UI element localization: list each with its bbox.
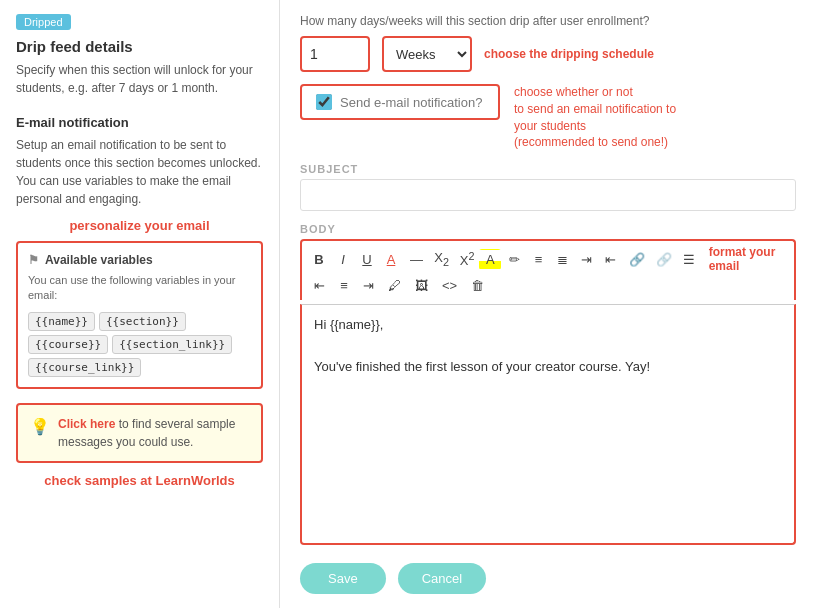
dripped-badge: Dripped — [16, 14, 71, 30]
choose-drip-label: choose the dripping schedule — [484, 47, 654, 61]
var-tag-course-link: {{course_link}} — [28, 358, 141, 377]
drip-schedule-question: How many days/weeks will this section dr… — [300, 14, 796, 28]
left-panel: Dripped Drip feed details Specify when t… — [0, 0, 280, 608]
toolbar-align-center[interactable]: ≡ — [333, 275, 355, 296]
editor-toolbar: B I U A — X2 X2 A ✏ ≡ ≣ ⇥ ⇤ 🔗 🔗 ☰ format… — [300, 239, 796, 300]
toolbar-pencil[interactable]: ✏ — [503, 249, 525, 270]
toolbar-italic[interactable]: I — [332, 249, 354, 270]
action-buttons: Save Cancel — [300, 557, 796, 594]
var-tag-section: {{section}} — [99, 312, 186, 331]
check-samples-label: check samples at LearnWorlds — [16, 473, 263, 488]
email-notification-checkbox[interactable] — [316, 94, 332, 110]
drip-feed-title: Drip feed details — [16, 38, 263, 55]
click-here-link[interactable]: Click here — [58, 417, 115, 431]
toolbar-row-2: ⇤ ≡ ⇥ 🖊 🖼 <> 🗑 — [308, 275, 788, 296]
var-tag-name: {{name}} — [28, 312, 95, 331]
toolbar-ol[interactable]: ≣ — [551, 249, 573, 270]
toolbar-link[interactable]: 🔗 — [623, 249, 648, 270]
toolbar-row-1: B I U A — X2 X2 A ✏ ≡ ≣ ⇥ ⇤ 🔗 🔗 ☰ format… — [308, 245, 788, 273]
sample-box: 💡 Click here to find several sample mess… — [16, 403, 263, 463]
email-notification-check-label: Send e-mail notification? — [340, 95, 482, 110]
body-line-1: Hi {{name}}, — [314, 315, 782, 336]
toolbar-font-color[interactable]: A — [380, 249, 402, 270]
toolbar-indent-less[interactable]: ⇤ — [599, 249, 621, 270]
toolbar-superscript[interactable]: X2 — [454, 247, 478, 271]
drip-weeks-select[interactable]: Weeks Days Months — [382, 36, 472, 72]
body-section: BODY B I U A — X2 X2 A ✏ ≡ ≣ ⇥ ⇤ 🔗 🔗 ☰ f… — [300, 223, 796, 545]
toolbar-indent-more[interactable]: ⇥ — [575, 249, 597, 270]
save-button[interactable]: Save — [300, 563, 386, 594]
body-line-2: You've finished the first lesson of your… — [314, 357, 782, 378]
right-panel: How many days/weeks will this section dr… — [280, 0, 816, 608]
flag-icon: ⚑ — [28, 253, 39, 267]
drip-schedule-row: Weeks Days Months choose the dripping sc… — [300, 36, 796, 72]
variables-desc: You can use the following variables in y… — [28, 273, 251, 304]
toolbar-code[interactable]: <> — [436, 275, 463, 296]
variable-tags: {{name}} {{section}} {{course}} {{sectio… — [28, 312, 251, 377]
toolbar-align-left[interactable]: ⇤ — [308, 275, 331, 296]
toolbar-ul[interactable]: ≡ — [527, 249, 549, 270]
drip-schedule-section: How many days/weeks will this section dr… — [300, 14, 796, 72]
format-email-label: format your email — [709, 245, 788, 273]
toolbar-image[interactable]: 🖼 — [409, 275, 434, 296]
email-notification-row: Send e-mail notification? choose whether… — [300, 84, 796, 151]
editor-body[interactable]: Hi {{name}}, You've finished the first l… — [300, 304, 796, 545]
toolbar-subscript[interactable]: X2 — [428, 247, 452, 271]
personalize-label: personalize your email — [16, 218, 263, 233]
email-notification-desc: Setup an email notification to be sent t… — [16, 136, 263, 208]
toolbar-underline[interactable]: U — [356, 249, 378, 270]
toolbar-unlink[interactable]: 🔗 — [650, 249, 675, 270]
toolbar-marker[interactable]: 🖊 — [382, 275, 407, 296]
subject-label: SUBJECT — [300, 163, 796, 175]
variables-box: ⚑ Available variables You can use the fo… — [16, 241, 263, 389]
subject-section: SUBJECT — [300, 163, 796, 211]
toolbar-delete[interactable]: 🗑 — [465, 275, 490, 296]
toolbar-bold[interactable]: B — [308, 249, 330, 270]
toolbar-highlight[interactable]: A — [479, 249, 501, 270]
var-tag-course: {{course}} — [28, 335, 108, 354]
choose-email-note: choose whether or not to send an email n… — [514, 84, 676, 151]
variables-title: ⚑ Available variables — [28, 253, 251, 267]
var-tag-section-link: {{section_link}} — [112, 335, 232, 354]
toolbar-justify[interactable]: ☰ — [677, 249, 699, 270]
sample-text: Click here to find several sample messag… — [58, 415, 249, 451]
email-notification-title: E-mail notification — [16, 115, 263, 130]
toolbar-align-right[interactable]: ⇥ — [357, 275, 380, 296]
body-label: BODY — [300, 223, 796, 235]
drip-feed-description: Specify when this section will unlock fo… — [16, 61, 263, 97]
subject-input[interactable] — [300, 179, 796, 211]
bulb-icon: 💡 — [30, 417, 50, 436]
cancel-button[interactable]: Cancel — [398, 563, 486, 594]
email-notification-checkbox-container[interactable]: Send e-mail notification? — [300, 84, 500, 120]
toolbar-hr[interactable]: — — [404, 249, 426, 270]
drip-number-input[interactable] — [300, 36, 370, 72]
